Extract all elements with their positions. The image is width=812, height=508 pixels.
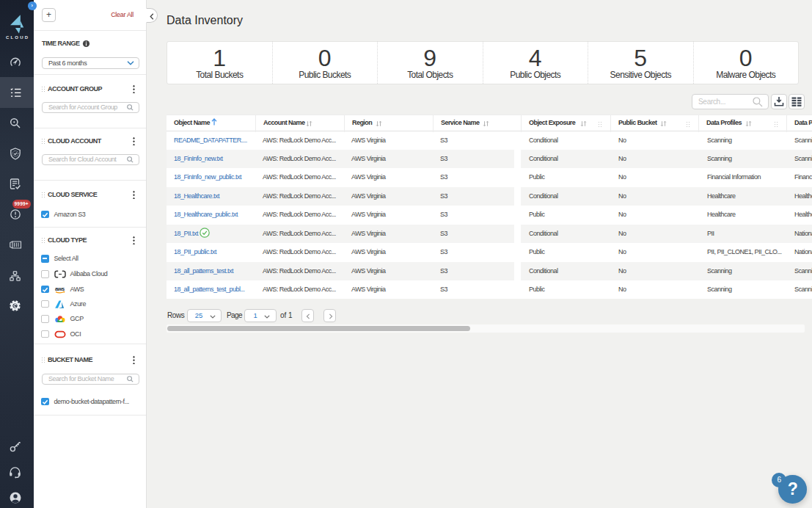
svg-text:aws: aws: [55, 286, 65, 292]
